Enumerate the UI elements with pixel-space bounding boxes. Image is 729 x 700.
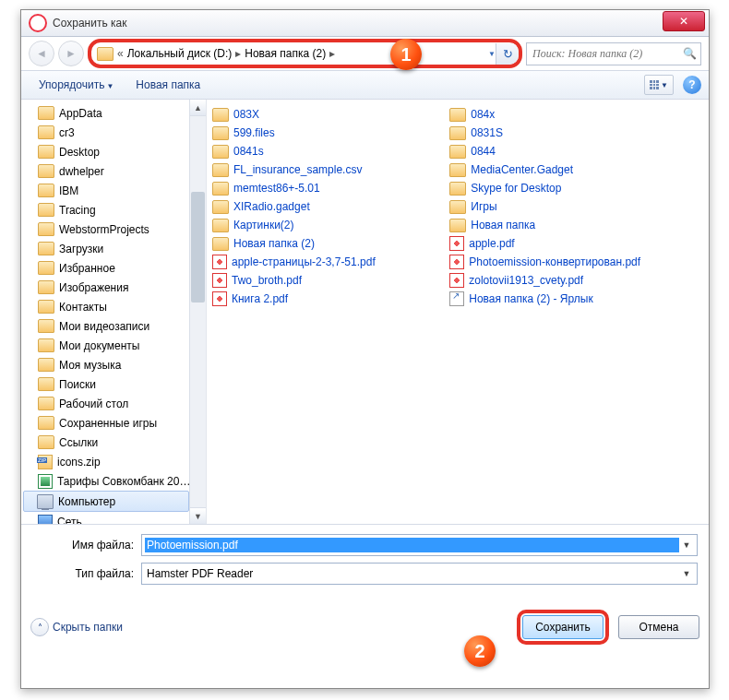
tree-item[interactable]: Сеть (21, 512, 206, 524)
file-label[interactable]: memtest86+-5.01 (233, 182, 320, 195)
file-item[interactable]: 083X (210, 105, 448, 124)
file-label[interactable]: Новая папка (2) (233, 237, 315, 250)
file-label[interactable]: apple-страницы-2-3,7-51.pdf (232, 255, 376, 268)
file-item[interactable]: apple.pdf (448, 234, 685, 253)
nav-forward-button[interactable]: ► (58, 41, 84, 66)
tree-item[interactable]: Загрузки (21, 239, 206, 258)
file-item[interactable]: Two_broth.pdf (210, 271, 448, 290)
file-item[interactable]: apple-страницы-2-3,7-51.pdf (210, 253, 448, 271)
file-label[interactable]: Skype for Desktop (471, 182, 561, 195)
file-item[interactable]: Новая папка (448, 216, 685, 234)
file-label[interactable]: 599.files (233, 126, 275, 139)
address-dropdown-icon[interactable]: ▼ (488, 50, 496, 58)
file-item[interactable]: 0831S (448, 124, 685, 142)
file-list[interactable]: 083X599.files0841sFL_insurance_sample.cs… (207, 100, 709, 524)
refresh-button[interactable]: ↻ (496, 43, 519, 65)
new-folder-button[interactable]: Новая папка (125, 75, 210, 95)
file-label[interactable]: Игры (471, 200, 496, 213)
file-item[interactable]: 084x (448, 105, 685, 124)
scroll-up-button[interactable]: ▲ (190, 100, 206, 116)
file-label[interactable]: 0844 (471, 145, 496, 158)
file-item[interactable]: 0844 (448, 142, 685, 160)
file-item[interactable]: 599.files (210, 124, 448, 142)
file-label[interactable]: Книга 2.pdf (232, 292, 288, 305)
file-label[interactable]: Two_broth.pdf (232, 274, 302, 287)
file-item[interactable]: MediaCenter.Gadget (448, 160, 685, 179)
breadcrumb[interactable]: « Локальный диск (D:) ▸ Новая папка (2) … (91, 47, 484, 61)
tree-item[interactable]: WebstormProjects (21, 219, 206, 239)
view-button[interactable]: ▼ (644, 75, 674, 95)
tree-item[interactable]: Рабочий стол (21, 394, 206, 413)
tree-item[interactable]: Ссылки (21, 433, 206, 452)
file-label[interactable]: Photoemission-конвертирован.pdf (469, 255, 640, 268)
file-label[interactable]: 083X (233, 108, 259, 121)
close-button[interactable]: ✕ (663, 11, 705, 31)
filetype-field[interactable]: Hamster PDF Reader ▼ (141, 563, 698, 585)
help-button[interactable]: ? (683, 76, 701, 94)
tree-item[interactable]: cr3 (21, 123, 206, 142)
file-label[interactable]: FL_insurance_sample.csv (233, 163, 362, 176)
search-box[interactable]: 🔍 (526, 42, 701, 65)
cancel-button[interactable]: Отмена (618, 615, 699, 639)
file-item[interactable]: zolotovii1913_cvety.pdf (448, 271, 685, 290)
chevron-down-icon[interactable]: ▼ (679, 540, 694, 550)
tree-item[interactable]: Избранное (21, 258, 206, 278)
folder-icon (449, 163, 466, 177)
tree-item[interactable]: Моя музыка (21, 355, 206, 374)
tree-item[interactable]: Мои документы (21, 336, 206, 355)
file-item[interactable]: Игры (448, 197, 685, 216)
tree-item[interactable]: Tracing (21, 200, 206, 219)
file-label[interactable]: 0831S (471, 126, 503, 139)
search-input[interactable] (531, 46, 683, 62)
file-label[interactable]: 084x (471, 108, 495, 121)
folder-icon (38, 377, 54, 391)
chevron-right-icon: ▸ (328, 47, 337, 60)
tree-item[interactable]: Поиски (21, 374, 206, 394)
search-icon[interactable]: 🔍 (683, 47, 697, 60)
scroll-down-button[interactable]: ▼ (190, 507, 206, 524)
file-item[interactable]: Skype for Desktop (448, 179, 685, 197)
file-item[interactable]: Новая папка (2) (210, 234, 448, 253)
file-label[interactable]: Новая папка (2) - Ярлык (469, 292, 592, 305)
save-button[interactable]: Сохранить (522, 615, 604, 639)
file-label[interactable]: XIRadio.gadget (233, 200, 310, 213)
file-label[interactable]: zolotovii1913_cvety.pdf (469, 274, 583, 287)
file-label[interactable]: Новая папка (471, 219, 535, 231)
nav-tree[interactable]: AppDatacr3DesktopdwhelperIBMTracingWebst… (21, 100, 207, 524)
file-item[interactable]: memtest86+-5.01 (210, 179, 448, 197)
tree-item[interactable]: Тарифы Совкомбанк 20… (21, 471, 206, 491)
tree-scrollbar[interactable]: ▲ ▼ (189, 100, 206, 524)
nav-back-button[interactable]: ◄ (29, 41, 54, 66)
file-label[interactable]: apple.pdf (469, 237, 514, 250)
pdf-icon (449, 273, 464, 288)
file-item[interactable]: Книга 2.pdf (210, 290, 448, 308)
grid-icon (650, 80, 659, 89)
filename-value[interactable]: Photoemission.pdf (145, 538, 679, 552)
tree-item[interactable]: Сохраненные игры (21, 413, 206, 433)
file-label[interactable]: MediaCenter.Gadget (471, 163, 573, 176)
tree-item[interactable]: Компьютер (23, 491, 189, 512)
tree-item[interactable]: icons.zip (21, 452, 206, 471)
organize-button[interactable]: Упорядочить▼ (29, 75, 124, 95)
tree-item[interactable]: Контакты (21, 297, 206, 316)
file-label[interactable]: Картинки(2) (233, 219, 294, 231)
breadcrumb-seg-folder[interactable]: Новая папка (2) (245, 47, 326, 60)
file-item[interactable]: 0841s (210, 142, 448, 160)
file-item[interactable]: Photoemission-конвертирован.pdf (448, 253, 685, 271)
hide-folders-button[interactable]: ˄ Скрыть папки (30, 618, 123, 636)
tree-item[interactable]: dwhelper (21, 161, 206, 181)
breadcrumb-seg-disk[interactable]: Локальный диск (D:) (127, 47, 233, 60)
tree-item[interactable]: IBM (21, 181, 206, 200)
file-item[interactable]: FL_insurance_sample.csv (210, 160, 448, 179)
tree-item[interactable]: Мои видеозаписи (21, 316, 206, 336)
tree-item[interactable]: Desktop (21, 142, 206, 161)
scroll-thumb[interactable] (191, 192, 205, 303)
file-item[interactable]: Картинки(2) (210, 216, 448, 234)
filename-field[interactable]: Photoemission.pdf ▼ (141, 534, 698, 556)
file-item[interactable]: XIRadio.gadget (210, 197, 448, 216)
file-label[interactable]: 0841s (233, 145, 264, 158)
chevron-down-icon[interactable]: ▼ (679, 569, 694, 578)
tree-item[interactable]: AppData (21, 103, 206, 123)
tree-item[interactable]: Изображения (21, 278, 206, 297)
file-item[interactable]: Новая папка (2) - Ярлык (448, 290, 685, 308)
